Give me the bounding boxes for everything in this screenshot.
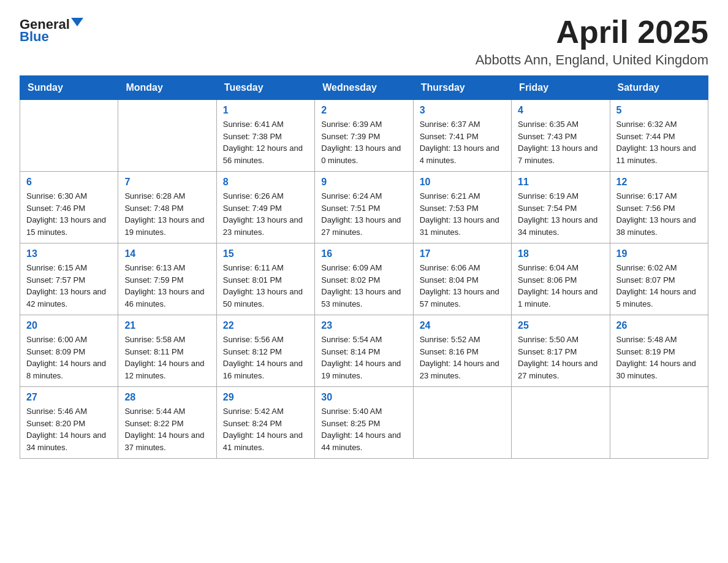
location-title: Abbotts Ann, England, United Kingdom — [476, 52, 708, 68]
page-header: General Blue April 2025 Abbotts Ann, Eng… — [20, 15, 708, 68]
day-details: Sunrise: 5:40 AMSunset: 8:25 PMDaylight:… — [321, 405, 406, 453]
calendar-cell: 17Sunrise: 6:06 AMSunset: 8:04 PMDayligh… — [413, 243, 511, 315]
day-details: Sunrise: 6:37 AMSunset: 7:41 PMDaylight:… — [420, 118, 505, 166]
day-details: Sunrise: 6:35 AMSunset: 7:43 PMDaylight:… — [518, 118, 603, 166]
calendar-cell: 26Sunrise: 5:48 AMSunset: 8:19 PMDayligh… — [610, 315, 708, 387]
calendar-body: 1Sunrise: 6:41 AMSunset: 7:38 PMDaylight… — [20, 100, 708, 459]
calendar-week-row: 13Sunrise: 6:15 AMSunset: 7:57 PMDayligh… — [20, 243, 708, 315]
calendar-cell: 2Sunrise: 6:39 AMSunset: 7:39 PMDaylight… — [315, 100, 413, 172]
calendar-cell: 20Sunrise: 6:00 AMSunset: 8:09 PMDayligh… — [20, 315, 118, 387]
day-details: Sunrise: 5:46 AMSunset: 8:20 PMDaylight:… — [26, 405, 112, 453]
day-number: 3 — [420, 105, 505, 116]
weekday-header-row: SundayMondayTuesdayWednesdayThursdayFrid… — [20, 76, 708, 100]
calendar-table: SundayMondayTuesdayWednesdayThursdayFrid… — [20, 75, 708, 459]
day-number: 22 — [223, 320, 308, 331]
month-title: April 2025 — [476, 15, 708, 50]
calendar-cell — [610, 387, 708, 459]
calendar-cell: 14Sunrise: 6:13 AMSunset: 7:59 PMDayligh… — [118, 243, 216, 315]
weekday-header-friday: Friday — [512, 76, 610, 100]
day-number: 16 — [321, 248, 406, 259]
day-number: 9 — [321, 177, 406, 188]
day-number: 1 — [223, 105, 308, 116]
logo: General Blue — [20, 17, 83, 44]
calendar-cell: 16Sunrise: 6:09 AMSunset: 8:02 PMDayligh… — [315, 243, 413, 315]
day-details: Sunrise: 5:44 AMSunset: 8:22 PMDaylight:… — [124, 405, 210, 453]
day-number: 29 — [223, 392, 308, 403]
day-number: 23 — [321, 320, 406, 331]
calendar-cell: 6Sunrise: 6:30 AMSunset: 7:46 PMDaylight… — [20, 172, 118, 243]
day-number: 2 — [321, 105, 406, 116]
calendar-cell: 3Sunrise: 6:37 AMSunset: 7:41 PMDaylight… — [413, 100, 511, 172]
day-number: 10 — [420, 177, 505, 188]
day-number: 24 — [420, 320, 505, 331]
calendar-cell: 9Sunrise: 6:24 AMSunset: 7:51 PMDaylight… — [315, 172, 413, 243]
calendar-cell — [118, 100, 216, 172]
day-details: Sunrise: 5:52 AMSunset: 8:16 PMDaylight:… — [420, 334, 505, 381]
day-details: Sunrise: 6:39 AMSunset: 7:39 PMDaylight:… — [321, 118, 406, 166]
calendar-cell: 30Sunrise: 5:40 AMSunset: 8:25 PMDayligh… — [315, 387, 413, 459]
weekday-header-saturday: Saturday — [610, 76, 708, 100]
day-number: 18 — [518, 248, 603, 259]
title-block: April 2025 Abbotts Ann, England, United … — [476, 15, 708, 68]
day-number: 5 — [616, 105, 702, 116]
day-details: Sunrise: 5:58 AMSunset: 8:11 PMDaylight:… — [124, 334, 210, 381]
day-number: 8 — [223, 177, 308, 188]
calendar-cell: 5Sunrise: 6:32 AMSunset: 7:44 PMDaylight… — [610, 100, 708, 172]
day-number: 27 — [26, 392, 112, 403]
day-number: 7 — [124, 177, 210, 188]
day-details: Sunrise: 6:02 AMSunset: 8:07 PMDaylight:… — [616, 262, 702, 310]
calendar-cell: 11Sunrise: 6:19 AMSunset: 7:54 PMDayligh… — [512, 172, 610, 243]
calendar-cell: 25Sunrise: 5:50 AMSunset: 8:17 PMDayligh… — [512, 315, 610, 387]
calendar-week-row: 20Sunrise: 6:00 AMSunset: 8:09 PMDayligh… — [20, 315, 708, 387]
day-details: Sunrise: 6:21 AMSunset: 7:53 PMDaylight:… — [420, 190, 505, 238]
day-details: Sunrise: 5:50 AMSunset: 8:17 PMDaylight:… — [518, 334, 603, 381]
weekday-header-tuesday: Tuesday — [216, 76, 314, 100]
weekday-header-sunday: Sunday — [20, 76, 118, 100]
day-details: Sunrise: 6:00 AMSunset: 8:09 PMDaylight:… — [26, 334, 112, 381]
calendar-cell: 19Sunrise: 6:02 AMSunset: 8:07 PMDayligh… — [610, 243, 708, 315]
day-details: Sunrise: 6:19 AMSunset: 7:54 PMDaylight:… — [518, 190, 603, 238]
calendar-cell: 27Sunrise: 5:46 AMSunset: 8:20 PMDayligh… — [20, 387, 118, 459]
calendar-cell: 4Sunrise: 6:35 AMSunset: 7:43 PMDaylight… — [512, 100, 610, 172]
day-details: Sunrise: 6:11 AMSunset: 8:01 PMDaylight:… — [223, 262, 308, 310]
calendar-cell: 21Sunrise: 5:58 AMSunset: 8:11 PMDayligh… — [118, 315, 216, 387]
day-details: Sunrise: 6:32 AMSunset: 7:44 PMDaylight:… — [616, 118, 702, 166]
calendar-cell: 1Sunrise: 6:41 AMSunset: 7:38 PMDaylight… — [216, 100, 314, 172]
day-number: 26 — [616, 320, 702, 331]
day-number: 11 — [518, 177, 603, 188]
day-details: Sunrise: 5:54 AMSunset: 8:14 PMDaylight:… — [321, 334, 406, 381]
calendar-cell: 28Sunrise: 5:44 AMSunset: 8:22 PMDayligh… — [118, 387, 216, 459]
day-number: 4 — [518, 105, 603, 116]
calendar-cell: 22Sunrise: 5:56 AMSunset: 8:12 PMDayligh… — [216, 315, 314, 387]
logo-blue: Blue — [20, 29, 49, 44]
day-number: 6 — [26, 177, 112, 188]
day-details: Sunrise: 5:48 AMSunset: 8:19 PMDaylight:… — [616, 334, 702, 381]
calendar-header: SundayMondayTuesdayWednesdayThursdayFrid… — [20, 76, 708, 100]
weekday-header-monday: Monday — [118, 76, 216, 100]
weekday-header-wednesday: Wednesday — [315, 76, 413, 100]
day-details: Sunrise: 6:09 AMSunset: 8:02 PMDaylight:… — [321, 262, 406, 310]
day-number: 14 — [124, 248, 210, 259]
day-details: Sunrise: 6:24 AMSunset: 7:51 PMDaylight:… — [321, 190, 406, 238]
calendar-cell: 10Sunrise: 6:21 AMSunset: 7:53 PMDayligh… — [413, 172, 511, 243]
calendar-cell: 15Sunrise: 6:11 AMSunset: 8:01 PMDayligh… — [216, 243, 314, 315]
day-details: Sunrise: 6:04 AMSunset: 8:06 PMDaylight:… — [518, 262, 603, 310]
day-number: 13 — [26, 248, 112, 259]
calendar-week-row: 6Sunrise: 6:30 AMSunset: 7:46 PMDaylight… — [20, 172, 708, 243]
calendar-cell: 8Sunrise: 6:26 AMSunset: 7:49 PMDaylight… — [216, 172, 314, 243]
day-details: Sunrise: 6:17 AMSunset: 7:56 PMDaylight:… — [616, 190, 702, 238]
day-number: 28 — [124, 392, 210, 403]
day-number: 19 — [616, 248, 702, 259]
calendar-week-row: 1Sunrise: 6:41 AMSunset: 7:38 PMDaylight… — [20, 100, 708, 172]
day-details: Sunrise: 6:28 AMSunset: 7:48 PMDaylight:… — [124, 190, 210, 238]
calendar-cell: 12Sunrise: 6:17 AMSunset: 7:56 PMDayligh… — [610, 172, 708, 243]
calendar-cell — [413, 387, 511, 459]
day-number: 20 — [26, 320, 112, 331]
day-details: Sunrise: 6:30 AMSunset: 7:46 PMDaylight:… — [26, 190, 112, 238]
day-number: 17 — [420, 248, 505, 259]
calendar-cell: 13Sunrise: 6:15 AMSunset: 7:57 PMDayligh… — [20, 243, 118, 315]
day-number: 12 — [616, 177, 702, 188]
calendar-cell — [512, 387, 610, 459]
calendar-cell: 18Sunrise: 6:04 AMSunset: 8:06 PMDayligh… — [512, 243, 610, 315]
calendar-cell: 24Sunrise: 5:52 AMSunset: 8:16 PMDayligh… — [413, 315, 511, 387]
